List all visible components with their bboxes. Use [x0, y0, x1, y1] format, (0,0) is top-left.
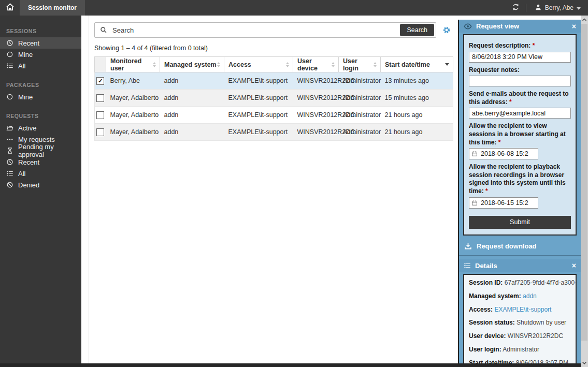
sidebar-item-requests-active[interactable]: Active [0, 122, 81, 134]
cell-user-device: WINSVR2012R2DC [293, 107, 339, 124]
access-link[interactable]: EXAMPLE\it-support [494, 306, 551, 313]
request-download-button[interactable]: Request download [459, 236, 581, 255]
clock-icon [6, 158, 13, 166]
cell-start-date: 21 hours ago [381, 107, 453, 124]
bottom-strip [0, 363, 581, 367]
sidebar-item-label: All [18, 62, 25, 70]
scroll-down-button[interactable] [581, 359, 588, 367]
row-checkbox[interactable] [96, 94, 104, 102]
user-menu[interactable]: Berry, Abe [527, 0, 588, 16]
view-start-datetime-input[interactable] [480, 150, 536, 158]
cell-start-date: 13 minutes ago [381, 72, 453, 90]
sidebar-item-label: Mine [18, 51, 33, 58]
column-header-access[interactable]: Access [224, 57, 293, 72]
detail-access: Access: EXAMPLE\it-support [464, 303, 576, 316]
requester-notes-input[interactable] [469, 76, 571, 86]
column-header-start-date[interactable]: Start date/time [381, 57, 453, 72]
sidebar-item-label: Pending my approval [18, 143, 75, 158]
sidebar-item-sessions-all[interactable]: All [0, 60, 81, 71]
column-label: User device [297, 57, 332, 72]
column-header-monitored-user[interactable]: Monitored user [106, 57, 160, 72]
search-button[interactable]: Search [400, 24, 434, 36]
sort-icon-active [445, 63, 449, 66]
circle-icon [6, 93, 13, 100]
playback-until-datetime-picker[interactable] [469, 197, 538, 209]
calendar-icon [471, 200, 478, 206]
required-asterisk: * [498, 139, 501, 146]
home-icon [6, 3, 15, 13]
cell-monitored-user: Berry, Abe [106, 72, 160, 90]
scroll-up-button[interactable] [581, 16, 588, 24]
tab-session-monitor-label: Session monitor [28, 4, 77, 11]
gear-icon[interactable] [442, 26, 451, 34]
search-input[interactable] [111, 26, 400, 35]
request-description-input[interactable] [469, 52, 571, 63]
sidebar: SESSIONS Recent Mine All PACKA [0, 16, 81, 367]
section-label-packages: PACKAGES [0, 80, 81, 91]
email-field[interactable] [469, 108, 571, 119]
row-checkbox[interactable] [96, 128, 104, 136]
header-checkbox-column [95, 57, 106, 72]
table-row[interactable]: Mayer, Adalberto addn EXAMPLE\it-support… [95, 124, 453, 141]
column-header-user-device[interactable]: User device [293, 57, 339, 72]
details-title: Details [475, 262, 568, 270]
search-icon [100, 26, 107, 34]
close-icon[interactable] [572, 23, 576, 30]
row-checkbox[interactable] [96, 77, 104, 85]
sessions-table: Monitored user Managed system Access [94, 56, 453, 141]
section-label-requests: REQUESTS [0, 111, 81, 122]
submit-button[interactable]: Submit [469, 216, 571, 229]
list-icon [464, 262, 471, 269]
field-label: Allow the recipient to playback session … [469, 163, 571, 195]
cell-access: EXAMPLE\it-support [224, 107, 293, 124]
table-row[interactable]: Mayer, Adalberto addn EXAMPLE\it-support… [95, 90, 453, 107]
sidebar-item-sessions-mine[interactable]: Mine [0, 49, 81, 60]
request-view-title: Request view [476, 22, 568, 30]
close-icon[interactable] [572, 262, 576, 269]
sidebar-item-label: Active [18, 124, 36, 132]
cell-user-login: Administrator [339, 90, 381, 107]
sidebar-item-requests-all[interactable]: All [0, 168, 81, 179]
managed-system-link[interactable]: addn [523, 292, 537, 300]
view-start-datetime-picker[interactable] [469, 148, 538, 159]
column-label: Start date/time [385, 61, 430, 68]
field-label: Send e-mails about the request to this a… [469, 90, 571, 106]
column-header-user-login[interactable]: User login [339, 57, 381, 72]
clock-icon [6, 39, 13, 47]
detail-managed-system: Managed system: addn [464, 289, 576, 303]
detail-user-login: User login: Administrator [464, 343, 576, 357]
row-checkbox[interactable] [96, 111, 104, 119]
table-row[interactable]: Berry, Abe addn EXAMPLE\it-support WINSV… [95, 72, 453, 90]
detail-user-device: User device: WINSVR2012R2DC [464, 330, 576, 343]
tab-session-monitor[interactable]: Session monitor [20, 0, 85, 16]
column-header-managed-system[interactable]: Managed system [160, 57, 224, 72]
cell-start-date: 15 minutes ago [381, 90, 453, 107]
ban-icon [6, 181, 13, 188]
main-area: Search Showing 1 – 4 of 4 (filtered from… [81, 16, 458, 367]
sidebar-item-packages-mine[interactable]: Mine [0, 91, 81, 102]
playback-until-datetime-input[interactable] [480, 199, 536, 207]
refresh-icon [512, 3, 520, 13]
sidebar-item-requests-denied[interactable]: Denied [0, 179, 81, 190]
eye-icon [464, 22, 472, 31]
cell-user-login: Administrator [339, 124, 381, 141]
folder-open-icon [6, 124, 13, 131]
cell-monitored-user: Mayer, Adalberto [106, 107, 160, 124]
sidebar-item-label: Recent [18, 158, 39, 166]
field-label: Allow the recipient to view sessions in … [469, 122, 571, 146]
home-button[interactable] [0, 0, 20, 16]
scrollbar-thumb[interactable] [581, 24, 587, 341]
refresh-button[interactable] [507, 0, 525, 16]
details-panel: Session ID: 67af7205-9fdd-4f7d-a300-00 .… [463, 274, 577, 367]
cell-managed-system: addn [160, 90, 224, 107]
sidebar-item-requests-pending[interactable]: Pending my approval [0, 145, 81, 156]
search-box: Search [94, 22, 436, 38]
vertical-scrollbar[interactable] [581, 16, 588, 367]
results-summary: Showing 1 – 4 of 4 (filtered from 0 tota… [94, 45, 452, 52]
table-row[interactable]: Mayer, Adalberto addn EXAMPLE\it-support… [95, 107, 453, 124]
cell-access: EXAMPLE\it-support [224, 90, 293, 107]
sort-icon [217, 62, 220, 67]
required-asterisk: * [533, 42, 535, 49]
sidebar-item-sessions-recent[interactable]: Recent [0, 37, 81, 49]
cell-user-device: WINSVR2012R2DC [293, 90, 339, 107]
